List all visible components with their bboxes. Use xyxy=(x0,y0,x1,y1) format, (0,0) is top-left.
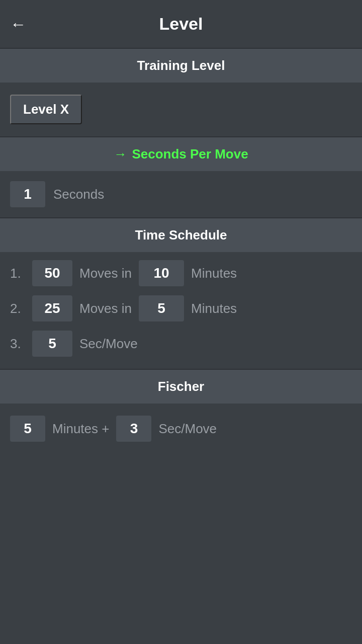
training-level-content: Level X xyxy=(0,83,362,136)
schedule-row-3: 3. 5 Sec/Move xyxy=(10,331,352,357)
level-badge-button[interactable]: Level X xyxy=(10,95,82,124)
row-3-sec-move-label: Sec/Move xyxy=(79,336,138,352)
row-1-time-label: Minutes xyxy=(191,266,237,281)
fischer-content: 5 Minutes + 3 Sec/Move xyxy=(0,404,362,454)
time-schedule-header: Time Schedule xyxy=(0,218,362,252)
row-3-number: 3. xyxy=(10,336,25,352)
training-level-header: Training Level xyxy=(0,49,362,83)
row-3-moves-value[interactable]: 5 xyxy=(32,331,72,357)
fischer-sec-label: Sec/Move xyxy=(158,421,217,437)
fischer-minutes-label: Minutes + xyxy=(52,421,109,437)
page-title: Level xyxy=(159,14,203,34)
row-2-time-label: Minutes xyxy=(191,301,237,316)
seconds-unit-label: Seconds xyxy=(53,187,104,202)
schedule-row-2: 2. 25 Moves in 5 Minutes xyxy=(10,295,352,321)
header: ← Level xyxy=(0,0,362,48)
fischer-sec-value[interactable]: 3 xyxy=(116,416,151,442)
schedule-row-1: 1. 50 Moves in 10 Minutes xyxy=(10,260,352,286)
back-button[interactable]: ← xyxy=(10,16,26,32)
fischer-header: Fischer xyxy=(0,370,362,404)
arrow-icon: → xyxy=(114,146,127,162)
row-1-moves-label: Moves in xyxy=(79,266,132,281)
seconds-per-move-label: Seconds Per Move xyxy=(132,146,248,162)
row-2-time-value[interactable]: 5 xyxy=(139,295,184,321)
fischer-minutes-value[interactable]: 5 xyxy=(10,416,45,442)
row-2-moves-value[interactable]: 25 xyxy=(32,295,72,321)
row-1-number: 1. xyxy=(10,266,25,281)
row-1-moves-value[interactable]: 50 xyxy=(32,260,72,286)
seconds-value-button[interactable]: 1 xyxy=(10,181,45,207)
time-schedule-content: 1. 50 Moves in 10 Minutes 2. 25 Moves in… xyxy=(0,252,362,369)
seconds-input-row: 1 Seconds xyxy=(0,171,362,217)
row-2-number: 2. xyxy=(10,301,25,316)
row-1-time-value[interactable]: 10 xyxy=(139,260,184,286)
row-2-moves-label: Moves in xyxy=(79,301,132,316)
seconds-per-move-header[interactable]: → Seconds Per Move xyxy=(0,137,362,171)
